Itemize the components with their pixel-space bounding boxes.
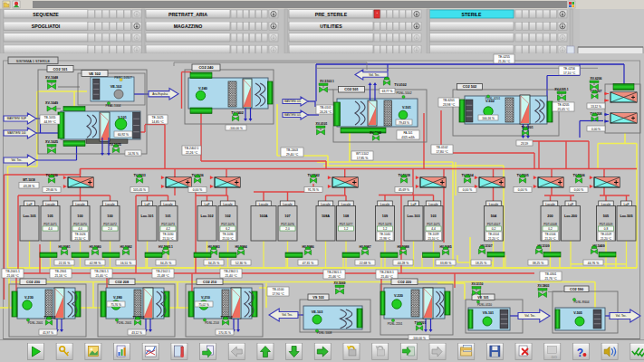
svg-text:43,12 %: 43,12 %: [131, 331, 142, 335]
svg-text:XV-1025: XV-1025: [45, 140, 58, 144]
svg-text:29,66 %: 29,66 %: [46, 188, 57, 192]
svg-text:TB-0301: TB-0301: [544, 272, 556, 276]
svg-text:109: 109: [382, 214, 388, 218]
svg-text:Vol. Tec.: Vol. Tec.: [369, 73, 380, 77]
svg-text:PRE_STERILE: PRE_STERILE: [315, 12, 348, 17]
svg-text:0,00 %: 0,00 %: [574, 188, 583, 192]
svg-text:14,85 °C: 14,85 °C: [151, 120, 164, 124]
svg-text:XV-5110: XV-5110: [472, 282, 484, 286]
svg-text:21,40 °C: 21,40 °C: [380, 275, 393, 279]
svg-text:45,69 %: 45,69 %: [399, 188, 409, 192]
svg-text:21,50 °C: 21,50 °C: [74, 237, 86, 241]
svg-text:MANTIENI 505: MANTIENI 505: [284, 113, 302, 117]
svg-text:0,00 %: 0,00 %: [518, 188, 527, 192]
svg-text:41,97 %: 41,97 %: [43, 331, 53, 335]
svg-text:TE-1036: TE-1036: [223, 233, 234, 236]
svg-text:21,76 °C: 21,76 °C: [544, 277, 557, 281]
svg-text:44,76 %: 44,76 %: [588, 262, 599, 265]
svg-text:63,77 %: 63,77 %: [382, 90, 393, 93]
svg-text:TV-0102: TV-0102: [394, 83, 407, 87]
svg-text:200: 200: [547, 214, 553, 218]
svg-text:PDT-0108: PDT-0108: [543, 223, 557, 226]
svg-text:TB-0100: TB-0100: [272, 288, 284, 291]
svg-text:TB-2402.1: TB-2402.1: [185, 147, 199, 150]
svg-text:TB-2303.1: TB-2303.1: [380, 271, 394, 274]
svg-text:91,76 %: 91,76 %: [308, 188, 319, 192]
svg-text:TE-0256: TE-0256: [563, 67, 575, 71]
svg-text:21,16 °C: 21,16 °C: [54, 274, 67, 278]
svg-text:TE-0109: TE-0109: [601, 233, 611, 236]
svg-text:V-501: V-501: [402, 106, 411, 110]
svg-text:42,98 %: 42,98 %: [90, 262, 101, 265]
svg-text:1,2: 1,2: [383, 227, 388, 231]
svg-text:MAGAZZINO: MAGAZZINO: [174, 24, 202, 29]
svg-text:103: 103: [430, 214, 436, 218]
svg-text:PDSL-5102: PDSL-5102: [396, 91, 411, 95]
svg-text:4,0: 4,0: [48, 227, 53, 231]
svg-text:4,0: 4,0: [78, 227, 82, 231]
svg-text:TB-0101: TB-0101: [320, 106, 332, 110]
svg-text:0,2: 0,2: [492, 227, 496, 231]
svg-text:22,68 %: 22,68 %: [360, 262, 370, 265]
svg-text:21,20 °C: 21,20 °C: [601, 237, 612, 241]
svg-text:STERILE: STERILE: [462, 12, 482, 17]
svg-text:-100,00 %: -100,00 %: [229, 127, 243, 130]
svg-text:0,00 %: 0,00 %: [463, 188, 472, 192]
svg-text:VE-103: VE-103: [312, 310, 323, 314]
svg-text:TE-1039: TE-1039: [428, 233, 439, 236]
svg-text:XV-6205.1: XV-6205.1: [554, 88, 569, 91]
svg-text:107: 107: [284, 214, 290, 218]
svg-text:XV-1049: XV-1049: [45, 101, 58, 105]
svg-text:TE-1040: TE-1040: [380, 233, 390, 236]
svg-text:PDSL-210I: PDSL-210I: [205, 321, 219, 325]
svg-text:CO2 208: CO2 208: [115, 281, 129, 284]
svg-text:0,8: 0,8: [604, 227, 609, 231]
svg-text:PDT-1077: PDT-1077: [340, 223, 353, 226]
svg-text:505: 505: [603, 214, 609, 218]
svg-text:1,2: 1,2: [344, 227, 349, 231]
svg-text:100: 100: [107, 214, 112, 218]
svg-text:V-505: V-505: [573, 311, 582, 315]
svg-text:18,25 %: 18,25 %: [476, 262, 486, 265]
svg-text:21,10 °C: 21,10 °C: [428, 237, 439, 241]
svg-text:?: ?: [577, 347, 583, 359]
svg-text:TE-0255: TE-0255: [498, 55, 510, 59]
svg-text:21,46 °C: 21,46 °C: [328, 275, 341, 279]
svg-text:13,12 %: 13,12 %: [591, 105, 601, 109]
svg-text:TB-6201: TB-6201: [443, 99, 455, 102]
svg-text:MANTIENI 100: MANTIENI 100: [7, 131, 26, 135]
svg-text:TB-2301: TB-2301: [54, 270, 66, 273]
svg-text:PDT-0109: PDT-0109: [600, 223, 613, 226]
svg-text:17,10 °C: 17,10 °C: [563, 71, 576, 75]
svg-text:Loc.103: Loc.103: [407, 214, 419, 218]
svg-text:108: 108: [343, 214, 349, 218]
svg-text:33,83 %: 33,83 %: [440, 262, 451, 265]
svg-text:23,59: 23,59: [521, 142, 528, 146]
svg-text:29,40 °C: 29,40 °C: [286, 153, 299, 157]
svg-text:TB-2301.1: TB-2301.1: [327, 271, 341, 274]
svg-text:XV-1048: XV-1048: [45, 76, 58, 80]
svg-text:4,2: 4,2: [166, 227, 170, 231]
svg-text:TB-2301.1: TB-2301.1: [94, 270, 109, 273]
svg-text:170,35 %: 170,35 %: [218, 331, 231, 335]
svg-text:Loc.505: Loc.505: [620, 214, 632, 218]
svg-text:PERC-105LT: PERC-105LT: [114, 76, 131, 80]
svg-text:V-220: V-220: [394, 294, 403, 298]
svg-text:PRETRATT_ARIA: PRETRATT_ARIA: [168, 12, 207, 17]
svg-text:2,0: 2,0: [108, 227, 112, 231]
svg-text:14,76 %: 14,76 %: [128, 152, 139, 156]
svg-text:VE 102: VE 102: [89, 71, 101, 76]
svg-text:102: 102: [225, 214, 230, 218]
svg-text:TB-2403: TB-2403: [286, 148, 298, 152]
svg-text:PDSL-0110: PDSL-0110: [477, 303, 492, 307]
svg-text:52,30 %: 52,30 %: [235, 262, 246, 265]
svg-text:22,31 %: 22,31 %: [59, 262, 70, 265]
svg-text:VE 101: VE 101: [477, 296, 488, 300]
svg-text:CO2 230: CO2 230: [26, 281, 40, 284]
svg-text:PDT-1078: PDT-1078: [379, 223, 392, 226]
svg-text:21,10 °C: 21,10 °C: [162, 237, 174, 241]
svg-text:V-240: V-240: [198, 87, 207, 90]
svg-text:21,20 °C: 21,20 °C: [488, 237, 500, 241]
svg-text:VS 103: VS 103: [312, 296, 323, 300]
svg-text:PDSL-2001: PDSL-2001: [117, 321, 132, 325]
